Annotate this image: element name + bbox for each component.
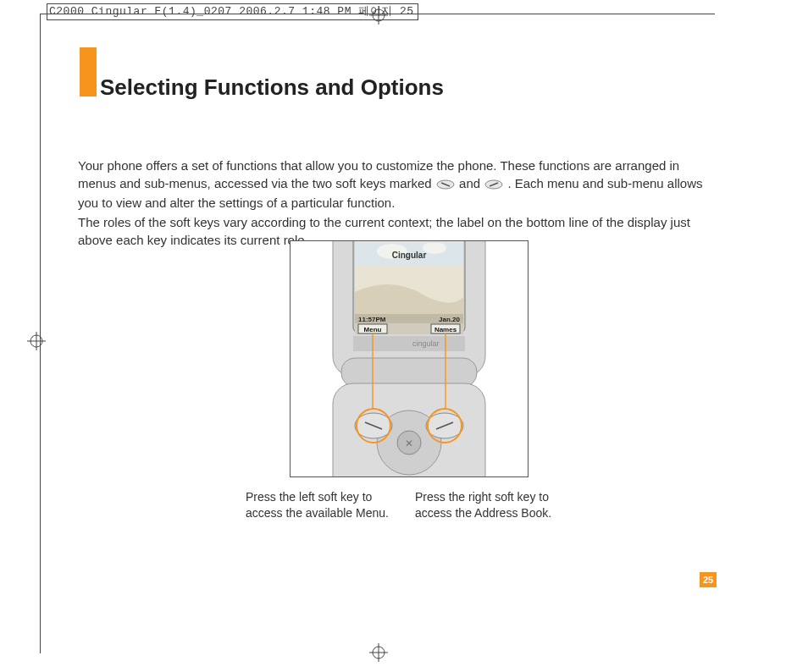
title-accent-block (80, 47, 97, 96)
svg-rect-25 (341, 358, 477, 387)
caption-left-softkey: Press the left soft key to access the av… (246, 489, 390, 521)
paragraph-1: Your phone offers a set of functions tha… (78, 157, 713, 212)
phone-figure: Cingular 11:57PM Jan.20 Menu Names cingu… (290, 240, 529, 477)
right-softkey-icon (484, 176, 503, 194)
phone-brand-text: cingular (412, 339, 440, 348)
screen-carrier-text: Cingular (392, 251, 427, 260)
screen-time-text: 11:57PM (358, 316, 386, 323)
screen-date-text: Jan.20 (439, 316, 460, 323)
page-number-tab: 25 (700, 572, 717, 587)
left-softkey-icon (436, 176, 455, 194)
phone-illustration: Cingular 11:57PM Jan.20 Menu Names cingu… (324, 240, 494, 477)
svg-text:✕: ✕ (405, 438, 413, 449)
screen-left-soft-label: Menu (364, 326, 382, 333)
caption-right-softkey: Press the right soft key to access the A… (415, 489, 559, 521)
svg-rect-19 (355, 240, 463, 243)
print-header: C2000 Cingular E(1.4)_0207 2006.2.7 1:48… (47, 3, 418, 20)
screen-right-soft-label: Names (434, 326, 457, 333)
crop-mark-left-icon (27, 332, 46, 350)
page-title: Selecting Functions and Options (100, 74, 444, 101)
svg-rect-24 (353, 336, 465, 351)
paragraph-1-text-b: and (459, 176, 484, 190)
crop-mark-bottom-icon (369, 643, 388, 662)
crop-mark-top-icon (369, 6, 388, 25)
